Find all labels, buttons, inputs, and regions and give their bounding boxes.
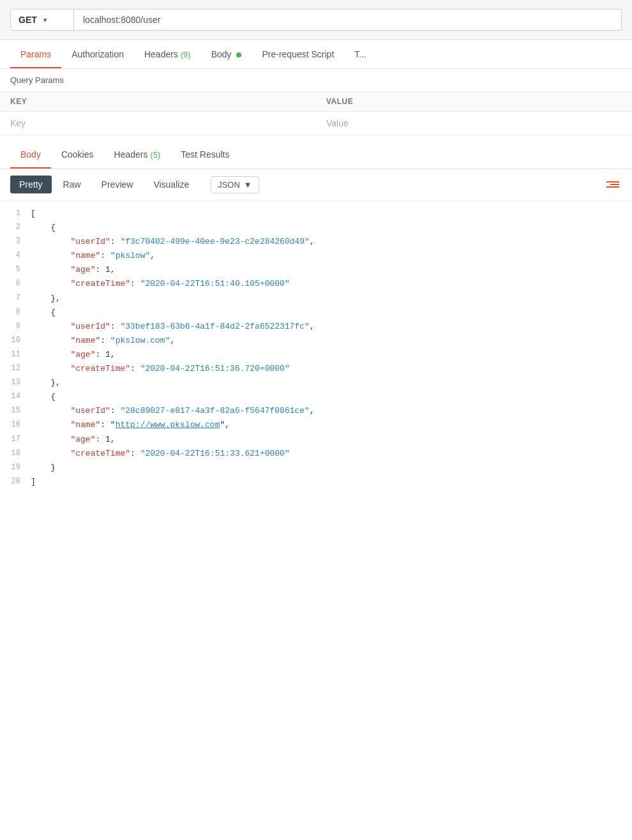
url-input[interactable]: [74, 9, 622, 31]
code-line: 9 "userId": "33bef183-63b6-4a1f-84d2-2fa…: [0, 320, 632, 334]
body-dot-icon: [236, 52, 241, 57]
code-line: 1[: [0, 207, 632, 221]
line-content: "age": 1,: [31, 348, 627, 362]
line-content: }: [31, 461, 627, 475]
line-number: 1: [5, 207, 31, 220]
line-number: 14: [5, 390, 31, 403]
format-select[interactable]: JSON ▼: [211, 176, 259, 193]
table-row: Key Value: [0, 112, 632, 135]
format-chevron-icon: ▼: [244, 180, 252, 190]
line-number: 18: [5, 447, 31, 460]
line-number: 16: [5, 418, 31, 431]
line-content: "userId": "33bef183-63b6-4a1f-84d2-2fa65…: [31, 320, 627, 334]
code-line: 7 },: [0, 292, 632, 306]
code-line: 4 "name": "pkslow",: [0, 249, 632, 263]
line-number: 3: [5, 235, 31, 248]
line-number: 6: [5, 277, 31, 290]
pretty-button[interactable]: Pretty: [10, 176, 52, 193]
tab-tests[interactable]: T...: [344, 40, 377, 68]
line-number: 15: [5, 404, 31, 417]
line-number: 10: [5, 334, 31, 347]
params-table: KEY VALUE Key Value: [0, 91, 632, 135]
line-number: 11: [5, 348, 31, 361]
json-response-body: 1[2 {3 "userId": "f3c70402-499e-40ee-9e2…: [0, 200, 632, 495]
headers-badge: (9): [181, 50, 191, 59]
tab-authorization[interactable]: Authorization: [61, 40, 134, 68]
tab-body[interactable]: Body: [201, 40, 252, 68]
line-content: {: [31, 306, 627, 320]
line-content: "age": 1,: [31, 263, 627, 277]
line-content: "name": "pkslow",: [31, 249, 627, 263]
line-content: "userId": "28c89027-e817-4a3f-82a6-f5647…: [31, 404, 627, 418]
format-label: JSON: [218, 180, 240, 190]
line-number: 8: [5, 306, 31, 319]
preview-button[interactable]: Preview: [93, 176, 142, 193]
line-content: "createTime": "2020-04-22T16:51:36.720+0…: [31, 362, 627, 376]
code-line: 16 "name": "http://www.pkslow.com",: [0, 418, 632, 432]
tab-body-response[interactable]: Body: [10, 140, 51, 169]
line-number: 9: [5, 320, 31, 333]
visualize-button[interactable]: Visualize: [144, 176, 198, 193]
line-content: "age": 1,: [31, 433, 627, 447]
line-content: ]: [31, 475, 627, 489]
method-select[interactable]: GET ▼: [10, 9, 74, 31]
code-line: 14 {: [0, 390, 632, 404]
code-line: 13 },: [0, 376, 632, 390]
line-number: 13: [5, 376, 31, 389]
line-number: 19: [5, 461, 31, 474]
code-line: 2 {: [0, 221, 632, 235]
wrap-icon[interactable]: [604, 179, 622, 190]
tab-cookies[interactable]: Cookies: [51, 140, 104, 169]
line-content: {: [31, 221, 627, 235]
line-number: 4: [5, 249, 31, 262]
line-content: },: [31, 292, 627, 306]
code-line: 15 "userId": "28c89027-e817-4a3f-82a6-f5…: [0, 404, 632, 418]
request-tabs: Params Authorization Headers (9) Body Pr…: [0, 40, 632, 69]
value-column-header: VALUE: [316, 92, 632, 112]
code-line: 11 "age": 1,: [0, 348, 632, 362]
tab-prerequest[interactable]: Pre-request Script: [252, 40, 344, 68]
line-number: 17: [5, 433, 31, 446]
code-line: 5 "age": 1,: [0, 263, 632, 277]
line-number: 5: [5, 263, 31, 276]
tab-test-results[interactable]: Test Results: [170, 140, 239, 169]
line-content: "userId": "f3c70402-499e-40ee-9e23-c2e28…: [31, 235, 627, 249]
line-number: 7: [5, 292, 31, 304]
line-content: {: [31, 390, 627, 404]
code-line: 8 {: [0, 306, 632, 320]
raw-button[interactable]: Raw: [54, 176, 90, 193]
code-line: 3 "userId": "f3c70402-499e-40ee-9e23-c2e…: [0, 235, 632, 249]
code-line: 20]: [0, 475, 632, 489]
code-line: 19 }: [0, 461, 632, 475]
line-content: "createTime": "2020-04-22T16:51:40.105+0…: [31, 277, 627, 291]
line-content: "name": "pkslow.com",: [31, 334, 627, 348]
line-content: "name": "http://www.pkslow.com",: [31, 418, 627, 432]
wrap-line-3: [606, 186, 619, 188]
value-cell: Value: [316, 112, 632, 135]
line-content: "createTime": "2020-04-22T16:51:33.621+0…: [31, 447, 627, 461]
json-link[interactable]: http://www.pkslow.com: [116, 420, 220, 430]
method-label: GET: [19, 15, 37, 25]
format-bar: Pretty Raw Preview Visualize JSON ▼: [0, 169, 632, 200]
url-bar: GET ▼: [0, 0, 632, 40]
tab-headers[interactable]: Headers (9): [134, 40, 201, 68]
chevron-down-icon: ▼: [42, 17, 49, 24]
response-tabs: Body Cookies Headers (5) Test Results: [0, 140, 632, 169]
key-column-header: KEY: [0, 92, 316, 112]
line-number: 12: [5, 362, 31, 375]
line-number: 20: [5, 475, 31, 488]
code-line: 12 "createTime": "2020-04-22T16:51:36.72…: [0, 362, 632, 376]
code-line: 10 "name": "pkslow.com",: [0, 334, 632, 348]
key-cell: Key: [0, 112, 316, 135]
tab-params[interactable]: Params: [10, 40, 61, 68]
code-line: 17 "age": 1,: [0, 433, 632, 447]
wrap-line-2: [610, 184, 619, 185]
line-content: },: [31, 376, 627, 390]
line-content: [: [31, 207, 627, 221]
wrap-line-1: [606, 181, 619, 183]
line-number: 2: [5, 221, 31, 234]
tab-response-headers[interactable]: Headers (5): [104, 140, 171, 169]
query-params-label: Query Params: [0, 69, 632, 91]
code-line: 6 "createTime": "2020-04-22T16:51:40.105…: [0, 277, 632, 291]
response-headers-badge: (5): [150, 150, 160, 160]
